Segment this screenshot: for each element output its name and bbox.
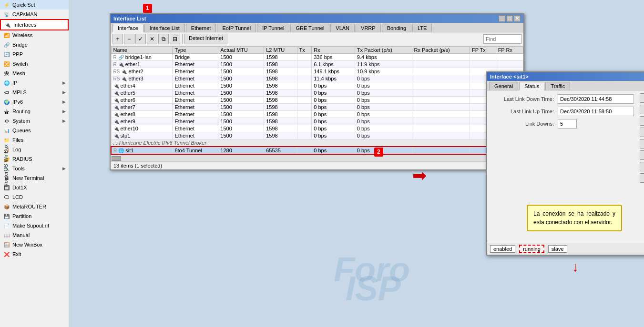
detail-status-bar: enabled running slave — [487, 243, 644, 255]
tab-ip-tunnel[interactable]: IP Tunnel — [257, 24, 289, 32]
table-row[interactable]: 🔌 ether9 Ethernet 1500 1598 0 bps 0 bps — [111, 118, 523, 125]
sidebar-item-exit[interactable]: ❌ Exit — [0, 249, 69, 259]
table-row[interactable]: 🔌 ether10 Ethernet 1500 1598 0 bps 0 bps — [111, 125, 523, 132]
last-link-up-label: Last Link Up Time: — [491, 109, 558, 114]
sidebar-item-manual[interactable]: 📖 Manual — [0, 230, 69, 240]
col-type[interactable]: Type — [173, 47, 218, 54]
sidebar-item-routing[interactable]: 🛣 Routing ▶ — [0, 107, 69, 116]
scroll-thumb[interactable] — [112, 156, 121, 161]
last-link-down-value[interactable] — [558, 94, 634, 104]
tab-eoip-tunnel[interactable]: EoIP Tunnel — [217, 24, 256, 32]
tab-traffic[interactable]: Traffic — [545, 82, 570, 90]
sidebar-item-system[interactable]: ⚙ System ▶ — [0, 116, 69, 126]
sidebar-item-mpls[interactable]: 🏷 MPLS ▶ — [0, 88, 69, 97]
find-input[interactable] — [483, 34, 521, 44]
interface-list-window: Interface List _ □ ✕ Interface Interface… — [110, 13, 524, 170]
col-fp-rx[interactable]: FP Rx — [496, 47, 523, 54]
sidebar-item-ip[interactable]: 🌐 IP ▶ — [0, 78, 69, 88]
sidebar-item-log[interactable]: 📋 Log — [0, 145, 69, 154]
col-fp-tx[interactable]: FP Tx — [470, 47, 496, 54]
disable-button-detail[interactable]: Disable — [640, 128, 644, 137]
table-row[interactable]: 🔌 ether4 Ethernet 1500 1598 0 bps 0 bps — [111, 82, 523, 89]
sidebar-item-new-winbox[interactable]: 🪟 New WinBox — [0, 240, 69, 249]
tab-interface[interactable]: Interface — [112, 24, 143, 32]
tab-ethernet[interactable]: Ethernet — [186, 24, 216, 32]
table-row[interactable]: 🔌 ether8 Ethernet 1500 1598 0 bps 0 bps — [111, 111, 523, 118]
sidebar-item-ipv6[interactable]: 🌍 IPv6 ▶ — [0, 97, 69, 107]
disable-button[interactable]: ✕ — [147, 34, 157, 44]
copy-button[interactable]: Copy — [640, 150, 644, 160]
cell-fptx — [470, 54, 496, 61]
table-row[interactable]: RS 🔌 ether3 Ethernet 1500 1598 11.4 kbps… — [111, 75, 523, 82]
tab-vlan[interactable]: VLAN — [330, 24, 355, 32]
sidebar-item-wireless[interactable]: 📶 Wireless — [0, 30, 69, 40]
table-row[interactable]: RS 🔌 ether2 Ethernet 1500 1598 149.1 kbp… — [111, 68, 523, 75]
sidebar-item-bridge[interactable]: 🔗 Bridge — [0, 40, 69, 50]
cell-l2mtu: 1598 — [264, 132, 297, 139]
tab-gre-tunnel[interactable]: GRE Tunnel — [290, 24, 329, 32]
table-row[interactable]: R 🔗 bridge1-lan Bridge 1500 1598 336 bps… — [111, 54, 523, 61]
tab-vrrp[interactable]: VRRP — [356, 24, 381, 32]
table-row[interactable]: 🔌 ether6 Ethernet 1500 1598 0 bps 0 bps — [111, 97, 523, 104]
sidebar-item-mesh[interactable]: 🕸 Mesh — [0, 69, 69, 78]
remove-button-detail[interactable]: Remove — [640, 162, 644, 171]
filter-button[interactable]: ⊟ — [170, 34, 180, 44]
copy-toolbar-button[interactable]: ⧉ — [158, 34, 169, 44]
interface-table-scroll[interactable]: Name Type Actual MTU L2 MTU Tx Rx Tx Pac… — [111, 46, 523, 155]
col-name[interactable]: Name — [111, 47, 173, 54]
enable-button[interactable]: ✓ — [135, 34, 146, 44]
comment-button[interactable]: Comment — [640, 139, 644, 149]
table-row[interactable]: 🔌 ether5 Ethernet 1500 1598 0 bps 0 bps — [111, 89, 523, 97]
tab-lte[interactable]: LTE — [412, 24, 432, 32]
sidebar-item-partition[interactable]: 💾 Partition — [0, 211, 69, 221]
tab-bonding[interactable]: Bonding — [382, 24, 411, 32]
col-rx[interactable]: Rx — [312, 47, 355, 54]
close-button[interactable]: ✕ — [514, 15, 521, 22]
table-row[interactable]: 🔌 ether7 Ethernet 1500 1598 0 bps 0 bps — [111, 104, 523, 111]
apply-button[interactable]: Apply — [640, 116, 644, 126]
minimize-button[interactable]: _ — [499, 15, 505, 22]
sidebar-item-make-supout[interactable]: 📄 Make Supout.rif — [0, 221, 69, 230]
sidebar-item-queues[interactable]: 📊 Queues — [0, 126, 69, 135]
sidebar-item-capsman[interactable]: 📡 CAPsMAN — [0, 10, 69, 19]
detect-internet-button[interactable]: Detect Internet — [184, 34, 227, 44]
sidebar-item-lcd[interactable]: 🖵 LCD — [0, 192, 69, 202]
arrow-down-indicator: ↓ — [572, 259, 579, 275]
sidebar-item-metarouter[interactable]: 📦 MetaROUTER — [0, 202, 69, 211]
table-row[interactable]: 🔌 sfp1 Ethernet 1500 1598 0 bps 0 bps — [111, 132, 523, 139]
sidebar-item-interfaces[interactable]: 🔌 Interfaces — [0, 19, 69, 30]
sidebar-item-new-terminal[interactable]: 🖥 New Terminal — [0, 173, 69, 183]
cancel-button[interactable]: Cancel — [640, 105, 644, 114]
sidebar-item-radius[interactable]: 🔐 RADIUS — [0, 154, 69, 164]
horizontal-scrollbar[interactable] — [111, 155, 523, 161]
cell-l2mtu: 1598 — [264, 89, 297, 97]
sidebar-item-ppp[interactable]: 🔄 PPP — [0, 50, 69, 59]
remove-button[interactable]: − — [124, 34, 134, 44]
cell-type: Ethernet — [173, 75, 218, 82]
maximize-button[interactable]: □ — [506, 15, 513, 22]
add-button[interactable]: + — [112, 34, 123, 44]
sidebar-item-files[interactable]: 📁 Files — [0, 135, 69, 145]
tab-general[interactable]: General — [489, 82, 518, 90]
col-l2-mtu[interactable]: L2 MTU — [264, 47, 297, 54]
tab-interface-list[interactable]: Interface List — [144, 24, 185, 32]
col-tx-packet[interactable]: Tx Packet (p/s) — [355, 47, 412, 54]
sidebar-item-switch[interactable]: 🔀 Switch — [0, 59, 69, 69]
last-link-up-value[interactable] — [558, 107, 634, 116]
col-actual-mtu[interactable]: Actual MTU — [218, 47, 264, 54]
cell-rx: 0 bps — [312, 111, 355, 118]
torch-button[interactable]: Torch — [640, 173, 644, 183]
partition-icon: 💾 — [3, 212, 10, 220]
tab-status[interactable]: Status — [519, 82, 544, 90]
table-row[interactable]: R 🔌 ether1 Ethernet 1500 1598 6.1 kbps 1… — [111, 61, 523, 68]
sidebar-item-tools[interactable]: 🔧 Tools ▶ — [0, 164, 69, 173]
col-rx-packet[interactable]: Rx Packet (p/s) — [412, 47, 470, 54]
table-row-tunnel[interactable]: R 🌐 sit1 6to4 Tunnel 1280 65535 0 bps 0 … — [111, 147, 523, 154]
col-tx[interactable]: Tx — [297, 47, 312, 54]
link-downs-value[interactable] — [558, 119, 577, 129]
sidebar-item-quick-set[interactable]: ⚡ Quick Set — [0, 0, 69, 10]
badge-2: 2 — [374, 148, 383, 157]
cell-rxp — [412, 104, 470, 111]
sidebar-item-dot1x[interactable]: 🔲 Dot1X — [0, 183, 69, 192]
ok-button[interactable]: OK — [640, 93, 644, 103]
